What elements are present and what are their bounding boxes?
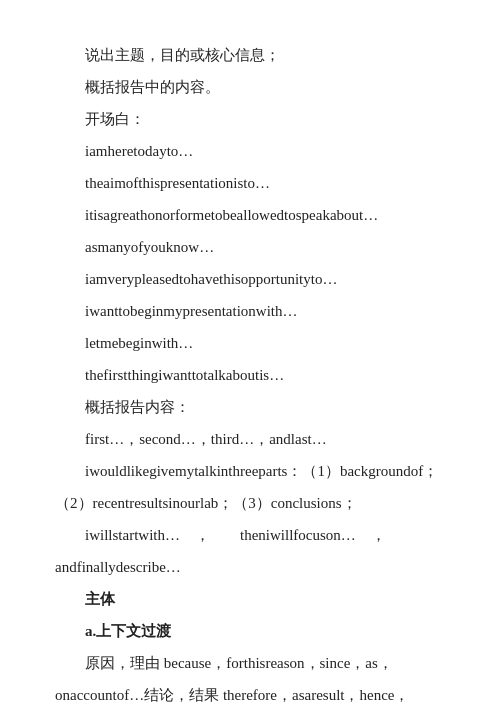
line-l6: itisagreathonorformetobeallowedtospeakab… xyxy=(55,200,445,230)
line-l20: 原因，理由 because，forthisreason，since，as， xyxy=(55,648,445,678)
page: 说出主题，目的或核心信息； 概括报告中的内容。 开场白： iamheretoda… xyxy=(0,0,500,707)
line-l11: thefirstthingiwanttotalkaboutis… xyxy=(55,360,445,390)
line-l19: a.上下文过渡 xyxy=(55,616,445,646)
line-l1: 说出主题，目的或核心信息； xyxy=(55,40,445,70)
line-l8: iamverypleasedtohavethisopportunityto… xyxy=(55,264,445,294)
line-l21: onaccountof…结论，结果 therefore，asaresult，he… xyxy=(55,680,445,707)
line-l12: 概括报告内容： xyxy=(55,392,445,422)
line-l5: theaimofthispresentationisto… xyxy=(55,168,445,198)
line-l2: 概括报告中的内容。 xyxy=(55,72,445,102)
line-l7: asmanyofyouknow… xyxy=(55,232,445,262)
line-l16: iwillstartwith… ， theniwillfocuson… ， xyxy=(55,520,445,550)
line-l10: letmebeginwith… xyxy=(55,328,445,358)
line-l14: iwouldlikegivemytalkinthreeparts：（1）back… xyxy=(55,456,445,486)
line-l9: iwanttobeginmypresentationwith… xyxy=(55,296,445,326)
line-l13: first…，second…，third…，andlast… xyxy=(55,424,445,454)
line-l3: 开场白： xyxy=(55,104,445,134)
line-l15: （2）recentresultsinourlab；（3）conclusions； xyxy=(55,488,445,518)
line-l18: 主体 xyxy=(55,584,445,614)
content: 说出主题，目的或核心信息； 概括报告中的内容。 开场白： iamheretoda… xyxy=(55,40,445,707)
line-l17: andfinallydescribe… xyxy=(55,552,445,582)
line-l4: iamheretodayto… xyxy=(55,136,445,166)
